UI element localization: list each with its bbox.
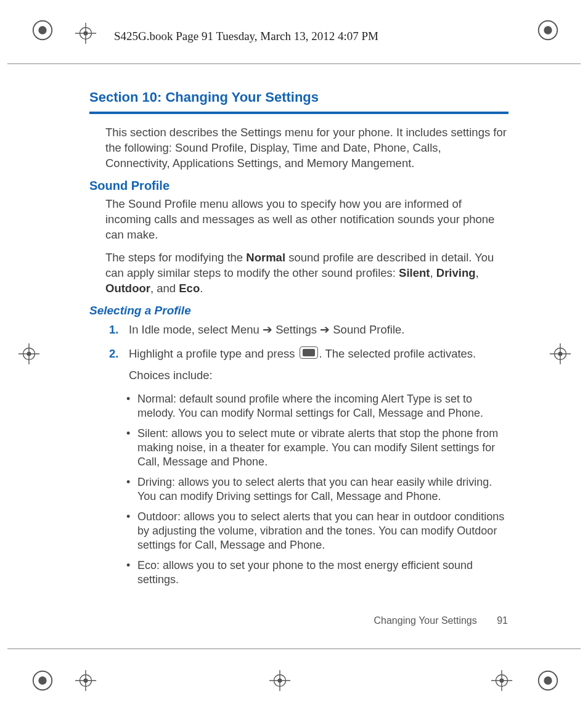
choice-text: : allows you to set your phone to the mo… xyxy=(137,559,473,586)
svg-point-1 xyxy=(39,27,46,33)
choice-silent: Silent: allows you to select mute or vib… xyxy=(126,427,508,469)
page-footer: Changing Your Settings 91 xyxy=(374,615,508,626)
text: The steps for modifying the xyxy=(105,251,246,264)
svg-point-11 xyxy=(84,31,88,35)
svg-point-19 xyxy=(278,679,282,682)
registration-mark-bottom-left xyxy=(31,669,54,692)
choice-driving: Driving: allows you to select alerts tha… xyxy=(126,475,508,504)
intro-paragraph: This section describes the Settings menu… xyxy=(89,125,508,171)
svg-point-5 xyxy=(39,677,46,684)
svg-point-3 xyxy=(544,27,551,33)
text: Highlight a profile type and press xyxy=(129,347,298,360)
steps-list: 1. In Idle mode, select Menu ➔ Settings … xyxy=(89,322,508,383)
svg-point-23 xyxy=(500,679,504,682)
section-rule xyxy=(89,112,508,114)
registration-mark-top-right xyxy=(536,18,560,42)
menu-path-menu: Menu xyxy=(231,323,259,336)
choice-text: : allows you to select alerts that you c… xyxy=(137,476,492,502)
crosshair-mark xyxy=(268,669,292,692)
choice-label: Normal xyxy=(137,393,173,405)
choice-normal: Normal: default sound profile where the … xyxy=(126,392,508,420)
text: . The selected profile activates. xyxy=(319,347,476,360)
text: In Idle mode, select xyxy=(129,323,231,336)
profile-silent: Silent xyxy=(399,266,430,279)
choice-label: Silent xyxy=(137,427,165,440)
sound-profile-para-2: The steps for modifying the Normal sound… xyxy=(89,250,508,297)
text: . xyxy=(200,282,203,295)
registration-mark-top-left xyxy=(31,18,54,42)
choice-outdoor: Outdoor: allows you to select alerts tha… xyxy=(126,510,508,552)
choice-text: : allows you to select alerts that you c… xyxy=(137,510,504,551)
crop-line-bottom xyxy=(7,649,581,649)
choice-eco: Eco: allows you to set your phone to the… xyxy=(126,559,508,587)
profile-choices-list: Normal: default sound profile where the … xyxy=(89,392,508,587)
center-key-icon xyxy=(300,346,318,359)
heading-selecting-profile: Selecting a Profile xyxy=(89,304,508,317)
choice-text: : default sound profile where the incomi… xyxy=(137,393,483,419)
choice-label: Outdoor xyxy=(137,510,178,523)
choices-intro: Choices include: xyxy=(129,368,508,383)
svg-point-31 xyxy=(558,352,562,356)
page-content: Section 10: Changing Your Settings This … xyxy=(89,89,508,593)
choice-label: Eco xyxy=(137,559,157,571)
svg-point-7 xyxy=(544,677,551,684)
arrow-icon: ➔ xyxy=(317,323,333,336)
arrow-icon: ➔ xyxy=(259,323,276,336)
choice-label: Driving xyxy=(137,476,172,488)
profile-eco: Eco xyxy=(179,282,200,295)
text: , xyxy=(430,266,436,279)
crosshair-mark xyxy=(74,669,97,692)
step-number: 1. xyxy=(109,322,118,338)
svg-point-15 xyxy=(84,679,88,682)
footer-section: Changing Your Settings xyxy=(374,615,477,626)
crosshair-mark xyxy=(549,342,572,366)
step-1: 1. In Idle mode, select Menu ➔ Settings … xyxy=(109,322,508,338)
step-2: 2. Highlight a profile type and press . … xyxy=(109,346,508,383)
crosshair-mark xyxy=(74,22,97,45)
profile-outdoor: Outdoor xyxy=(105,282,150,295)
menu-path-settings: Settings xyxy=(276,323,317,336)
text: , and xyxy=(150,282,179,295)
crosshair-mark xyxy=(490,669,513,692)
svg-point-27 xyxy=(27,352,31,356)
crosshair-mark xyxy=(17,342,41,366)
profile-normal: Normal xyxy=(246,251,285,264)
text: . xyxy=(401,323,404,336)
heading-sound-profile: Sound Profile xyxy=(89,179,508,193)
sound-profile-para-1: The Sound Profile menu allows you to spe… xyxy=(89,197,508,243)
draft-header: S425G.book Page 91 Tuesday, March 13, 20… xyxy=(114,30,378,43)
page-number: 91 xyxy=(497,615,508,626)
choice-text: : allows you to select mute or vibrate a… xyxy=(137,427,498,468)
step-number: 2. xyxy=(109,346,118,362)
menu-path-sound-profile: Sound Profile xyxy=(333,323,401,336)
crop-line-top xyxy=(7,63,581,64)
registration-mark-bottom-right xyxy=(536,669,560,692)
text: , xyxy=(476,266,479,279)
profile-driving: Driving xyxy=(436,266,476,279)
section-title: Section 10: Changing Your Settings xyxy=(89,89,508,105)
